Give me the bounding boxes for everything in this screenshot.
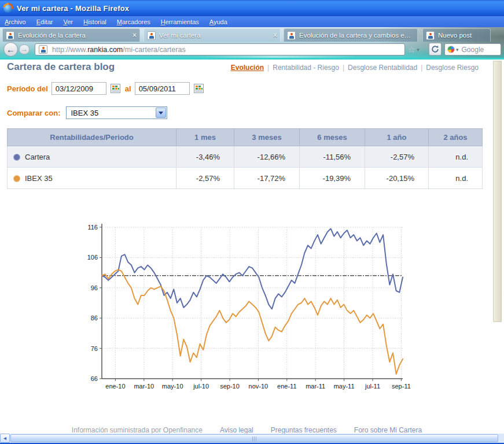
svg-text:86: 86 [91,314,98,321]
table-header-row: Rentabilidades/Periodo 1 mes 3 meses 6 m… [8,129,483,146]
footer-link-foro[interactable]: Foro sobre Mi Cartera [354,426,422,434]
page-footer: Información suministrada por Openfinance… [0,426,494,434]
footer-info: Información suministrada por Openfinance [72,426,203,434]
nav-link-evolucion[interactable]: Evolución [231,64,264,72]
series-name: Cartera [25,153,50,161]
al-label: al [125,84,131,93]
page-nav: Evolución|Rentabilidad - Riesgo|Desglose… [231,64,479,72]
page-content: Cartera de cartera blog Evolución|Rentab… [0,60,494,434]
value-cell: -2,57% [365,146,429,168]
menu-archivo[interactable]: Archivo [5,18,26,25]
calendar-icon[interactable] [194,84,204,93]
menu-marcadores[interactable]: Marcadores [117,18,150,25]
tab-nuevo-post[interactable]: Nuevo post [422,28,491,42]
window-titlebar: Ver mi cartera - Mozilla Firefox [0,0,504,16]
svg-text:may-10: may-10 [162,383,183,390]
compare-select-value: IBEX 35 [71,109,98,117]
col-header: 6 meses [300,129,365,146]
reload-icon [431,45,439,53]
separator: | [421,64,422,72]
tab-ver-mi-cartera[interactable]: Ver mi cartera × [144,28,281,42]
date-to-input[interactable] [135,82,190,95]
tab-evolucion-cambios[interactable]: Evolución de la cartera y cambios en la … [284,28,418,42]
separator: | [267,64,269,72]
svg-text:ene-10: ene-10 [105,383,125,390]
svg-text:jul-10: jul-10 [193,383,209,390]
scrollbar-grip-icon [252,436,257,441]
value-cell: -12,66% [234,146,300,168]
col-header: 1 año [365,129,429,146]
col-header: 2 años [429,129,483,146]
rankia-favicon [426,31,435,40]
menu-editar[interactable]: Editar [36,18,53,25]
search-box[interactable]: Google [444,43,501,56]
svg-text:nov-10: nov-10 [249,383,268,390]
tab-label: Evolución de la cartera y cambios en la … [299,32,414,39]
reload-button[interactable] [429,43,442,56]
svg-text:sep-10: sep-10 [220,383,240,390]
url-bar[interactable]: http://www.rankia.com/mi-cartera/cartera… [35,43,405,56]
date-from-input[interactable] [51,82,106,95]
footer-link-preguntas[interactable]: Preguntas frecuentes [271,426,337,434]
series-name-cell: IBEX 35 [8,168,176,189]
footer-link-aviso-legal[interactable]: Aviso legal [220,426,253,434]
calendar-icon[interactable] [111,84,120,93]
tab-label: Nuevo post [438,32,487,39]
tab-bar: Evolución de la cartera × Ver mi cartera… [0,28,504,42]
nav-link-desglose-rentabilidad[interactable]: Desglose Rentabilidad [348,64,417,72]
svg-text:jul-11: jul-11 [365,383,380,390]
svg-text:mar-11: mar-11 [306,383,325,390]
back-button[interactable] [3,42,18,57]
value-cell: -3,46% [176,146,234,168]
value-cell: -11,56% [300,146,365,168]
svg-text:76: 76 [91,345,98,352]
bookmark-star-button[interactable] [407,44,427,55]
menu-historial[interactable]: Historial [83,18,106,25]
rankia-favicon [287,31,296,40]
period-label: Período del [7,84,48,93]
menubar: Archivo Editar Ver Historial Marcadores … [0,16,504,27]
vertical-scrollbar[interactable] [493,61,502,322]
table-row-cartera: Cartera -3,46% -12,66% -11,56% -2,57% n.… [8,146,483,168]
menu-herramientas[interactable]: Herramientas [161,18,199,25]
svg-text:may-11: may-11 [334,383,355,390]
dropdown-arrow-icon[interactable] [156,108,166,118]
horizontal-scrollbar[interactable] [0,434,504,443]
tab-close-icon[interactable]: × [273,31,277,39]
nav-link-rentabilidad-riesgo[interactable]: Rentabilidad - Riesgo [273,64,339,72]
forward-button[interactable] [19,45,30,54]
chevron-down-icon [417,47,420,53]
table-row-ibex35: IBEX 35 -2,57% -17,72% -19,39% -20,15% n… [8,168,483,189]
value-cell: -19,39% [300,168,365,189]
url-path: /mi-cartera/carteras [123,46,185,54]
navigation-toolbar: http://www.rankia.com/mi-cartera/cartera… [0,42,504,58]
evolution-chart-svg: 66768696106116ene-10mar-10may-10jul-10se… [81,221,415,396]
tab-label: Ver mi cartera [159,32,270,39]
value-cell: -17,72% [234,168,300,189]
url-text: http://www.rankia.com/mi-cartera/cartera… [52,46,186,54]
ibex-dot-icon [13,175,20,182]
horizontal-scrollbar-thumb[interactable] [10,434,498,442]
value-cell: n.d. [429,146,483,168]
compare-row: Comparar con: IBEX 35 [7,106,167,120]
compare-select[interactable]: IBEX 35 [66,106,167,119]
value-cell: -20,15% [365,168,429,189]
search-engine-label: Google [462,46,484,54]
nav-link-desglose-riesgo[interactable]: Desglose Riesgo [426,64,479,72]
cartera-dot-icon [13,154,20,161]
tab-evolucion-cartera[interactable]: Evolución de la cartera × [2,28,140,42]
series-name-cell: Cartera [8,146,176,168]
tab-label: Evolución de la cartera [18,32,129,39]
menu-ayuda[interactable]: Ayuda [209,18,227,25]
google-logo-icon [447,46,455,53]
tab-close-icon[interactable]: × [133,31,137,39]
scroll-left-arrow-icon[interactable] [0,434,10,443]
col-header: 3 meses [234,129,300,146]
svg-text:66: 66 [91,375,98,382]
svg-text:ene-11: ene-11 [277,383,296,390]
chevron-down-icon [456,47,459,53]
star-icon [407,44,415,55]
col-header: Rentabilidades/Periodo [8,129,176,146]
separator: | [343,64,344,72]
menu-ver[interactable]: Ver [63,18,73,25]
